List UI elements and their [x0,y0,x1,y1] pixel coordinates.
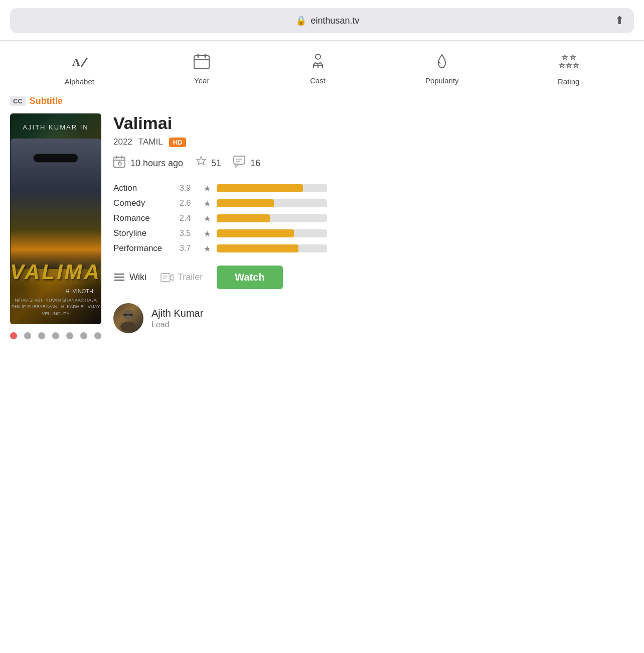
performance-label: Performance [113,243,174,253]
rating-row-storyline: Storyline 3.5 ★ [113,228,634,238]
svg-line-1 [81,58,87,67]
movie-poster[interactable]: AJITH KUMAR IN VALIMAI H. VINOTH NIRAV S… [10,113,101,324]
carousel-dot-0[interactable] [10,332,17,339]
wiki-button[interactable]: Wiki [113,272,146,283]
nav-popularity[interactable]: Popularity [425,53,459,86]
carousel-dot-3[interactable] [52,332,59,339]
romance-bar [217,214,270,222]
trophy-icon [195,156,207,171]
poster-director: H. VINOTH [65,288,93,294]
action-star: ★ [204,184,211,193]
performance-bar [217,244,298,252]
comedy-bar [217,199,274,207]
calendar-icon [113,155,126,171]
popularity-icon [433,53,450,72]
nav-cast[interactable]: Cast [309,53,327,86]
trailer-button[interactable]: Trailer [160,272,203,283]
rating-stat: 51 [195,156,221,171]
subtitle-section: CC Subtitle [10,96,634,106]
svg-text:☆: ☆ [562,53,568,61]
content-row: AJITH KUMAR IN VALIMAI H. VINOTH NIRAV S… [10,113,634,344]
url-bar[interactable]: 🔒 einthusan.tv [40,15,615,26]
svg-rect-31 [123,314,127,316]
cast-name: Ajith Kumar [151,308,203,319]
romance-star: ★ [204,214,211,223]
performance-bar-wrap [217,244,327,252]
main-content: CC Subtitle AJITH KUMAR IN VALIMAI H. VI… [0,96,644,344]
rating-row-performance: Performance 3.7 ★ [113,243,634,253]
share-button[interactable]: ⬆ [615,14,624,27]
action-score: 3.9 [180,184,198,193]
nav-alphabet-label: Alphabet [65,77,94,86]
svg-text:☆: ☆ [559,61,565,69]
svg-point-30 [120,322,136,331]
svg-point-6 [315,54,320,59]
cc-badge: CC [10,96,26,106]
romance-bar-wrap [217,214,327,222]
alphabet-icon: A [70,53,88,73]
storyline-bar-wrap [217,229,327,237]
nav-rating[interactable]: ☆ ☆ ☆ ☆ ☆ Rating [558,53,579,86]
svg-rect-32 [129,314,133,316]
cast-row: Ajith Kumar Lead [113,303,634,333]
movie-info: Valimai 2022 TAMIL HD [113,113,634,333]
romance-label: Romance [113,213,174,223]
divider [0,40,644,41]
nav-icons: A Alphabet Year Cast [0,48,644,96]
comments-count: 16 [250,158,260,169]
watch-button[interactable]: Watch [217,266,282,289]
action-label: Action [113,183,174,193]
rating-nav-icon: ☆ ☆ ☆ ☆ ☆ [559,53,579,73]
movie-meta: 2022 TAMIL HD [113,137,634,147]
movie-year: 2022 [113,137,132,147]
movie-language: TAMIL [138,137,163,147]
poster-credits: NIRAV SHAH · YUVAN SHANKAR RAJA DHILIP S… [10,297,101,318]
performance-score: 3.7 [180,244,198,253]
comment-icon [233,156,246,171]
carousel-dot-4[interactable] [66,332,73,339]
movie-title: Valimai [113,113,634,133]
carousel-dot-1[interactable] [24,332,31,339]
cast-icon [309,53,327,72]
rating-row-romance: Romance 2.4 ★ [113,213,634,223]
year-icon [193,53,210,72]
nav-year-label: Year [194,76,209,85]
cast-avatar [113,303,143,333]
wiki-label: Wiki [129,272,146,283]
action-bar-wrap [217,184,327,192]
stats-row: 10 hours ago 51 [113,155,634,171]
carousel-dots [10,324,101,344]
rating-row-action: Action 3.9 ★ [113,183,634,193]
rating-count: 51 [211,158,221,169]
comedy-label: Comedy [113,198,174,208]
comments-stat: 16 [233,156,260,171]
action-bar [217,184,303,192]
trailer-icon [160,272,174,283]
svg-text:A: A [72,56,80,68]
cast-role: Lead [151,320,203,329]
nav-alphabet[interactable]: A Alphabet [65,53,94,86]
nav-year[interactable]: Year [193,53,210,86]
trailer-label: Trailer [178,272,203,283]
svg-point-18 [118,162,121,165]
action-buttons: Wiki Trailer Watch [113,266,634,289]
ratings-section: Action 3.9 ★ Comedy 2.6 ★ [113,183,634,253]
svg-rect-2 [194,56,209,69]
comedy-bar-wrap [217,199,327,207]
browser-bar: 🔒 einthusan.tv ⬆ [10,8,634,33]
carousel-dot-5[interactable] [80,332,87,339]
romance-score: 2.4 [180,214,198,223]
svg-text:☆: ☆ [573,61,579,69]
carousel-dot-2[interactable] [38,332,45,339]
storyline-star: ★ [204,229,211,238]
svg-text:☆: ☆ [566,61,572,69]
lock-icon: 🔒 [295,15,306,26]
poster-title: VALIMAI [10,260,101,284]
rating-row-comedy: Comedy 2.6 ★ [113,198,634,208]
comedy-score: 2.6 [180,199,198,208]
performance-star: ★ [204,244,211,253]
carousel-dot-6[interactable] [94,332,101,339]
svg-rect-20 [234,156,245,164]
nav-popularity-label: Popularity [425,76,459,85]
storyline-bar [217,229,294,237]
